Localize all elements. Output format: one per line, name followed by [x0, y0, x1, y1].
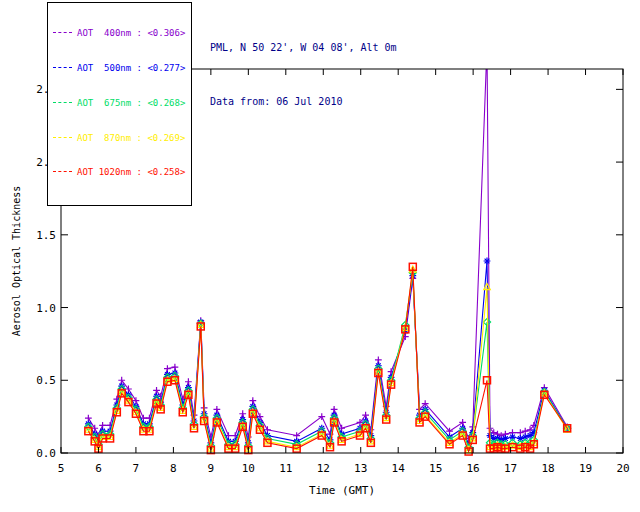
aeronet-aot-plot-window: AOT 400nm : <0.306> AOT 500nm : <0.277> … [0, 0, 640, 512]
legend-label: AOT 1020nm : <0.258> [77, 167, 185, 177]
x-axis-title: Time (GMT) [309, 484, 375, 497]
series-aot-1020nm [85, 263, 571, 455]
x-tick-label: 20 [616, 462, 629, 475]
y-tick-label: 1.5 [36, 229, 56, 242]
legend-label: AOT 675nm : <0.268> [77, 98, 185, 108]
legend-entry: AOT 400nm : <0.306> [53, 28, 185, 40]
x-tick-label: 9 [208, 462, 215, 475]
legend-line-sample-icon [53, 67, 72, 69]
legend-label: AOT 500nm : <0.277> [77, 63, 185, 73]
x-tick-label: 19 [579, 462, 592, 475]
legend-line-sample-icon [53, 171, 72, 173]
date-title: Data from: 06 Jul 2010 [210, 93, 397, 111]
x-tick-label: 13 [354, 462, 367, 475]
title-block: PML, N 50 22', W 04 08', Alt 0m Data fro… [210, 3, 397, 147]
x-tick-label: 14 [392, 462, 406, 475]
x-tick-label: 6 [95, 462, 102, 475]
x-tick-label: 17 [504, 462, 517, 475]
y-tick-label: 1.0 [36, 302, 56, 315]
x-tick-label: 10 [242, 462, 255, 475]
y-tick-label: 0.0 [36, 447, 56, 460]
legend-entry: AOT 870nm : <0.269> [53, 133, 185, 145]
y-axis-title: Aerosol Optical Thickness [11, 186, 22, 337]
x-tick-label: 11 [279, 462, 292, 475]
legend-entry: AOT 1020nm : <0.258> [53, 167, 185, 179]
station-title: PML, N 50 22', W 04 08', Alt 0m [210, 39, 397, 57]
legend-line-sample-icon [53, 102, 72, 104]
legend-line-sample-icon [53, 137, 72, 139]
x-tick-label: 7 [133, 462, 140, 475]
y-tick-label: 0.5 [36, 374, 56, 387]
legend-box: AOT 400nm : <0.306> AOT 500nm : <0.277> … [47, 2, 192, 206]
x-tick-label: 12 [317, 462, 330, 475]
x-tick-label: 18 [541, 462, 554, 475]
legend-label: AOT 870nm : <0.269> [77, 133, 185, 143]
x-tick-label: 5 [58, 462, 65, 475]
x-tick-label: 8 [170, 462, 177, 475]
legend-line-sample-icon [53, 32, 72, 34]
series-aot-870nm [85, 266, 570, 452]
x-tick-label: 16 [467, 462, 480, 475]
legend-label: AOT 400nm : <0.306> [77, 28, 185, 38]
x-tick-label: 15 [429, 462, 442, 475]
series-aot-500nm [85, 258, 571, 448]
legend-entry: AOT 675nm : <0.268> [53, 98, 185, 110]
legend-entry: AOT 500nm : <0.277> [53, 63, 185, 75]
series-aot-675nm [85, 269, 571, 451]
